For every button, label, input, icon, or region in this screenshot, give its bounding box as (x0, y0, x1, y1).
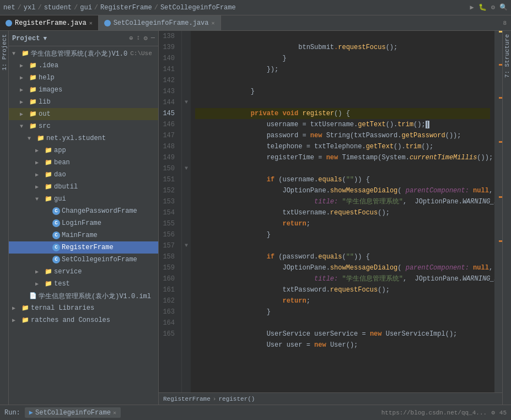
tree-item-setcollegeinfo[interactable]: C SetCollegeinfoFrame (9, 254, 158, 266)
folder-icon-help: 📁 (29, 74, 37, 82)
tab-class-icon (6, 20, 12, 26)
ln-154: 154 (159, 207, 178, 218)
ln-163: 163 (159, 306, 178, 317)
fold-148 (182, 141, 191, 152)
breadcrumb: net / yxl / student / gui / RegisterFram… (3, 4, 236, 12)
tree-item-net-yxl[interactable]: ▼ 📁 net.yxl.student (9, 132, 158, 144)
toolbar-settings-icon[interactable]: ⚙ (491, 3, 495, 12)
tree-label-dbutil: dbutil (54, 183, 78, 191)
fold-143 (182, 86, 191, 97)
breadcrumb-setcollegeframe: SetCollegeinfoFrame (160, 4, 236, 12)
code-line-150: if (username.equals("")) { (195, 163, 490, 174)
ln-144: 144 (159, 97, 178, 108)
ln-149: 149 (159, 152, 178, 163)
tree-item-project-root[interactable]: ▼ 📁 学生信息管理系统(袁小龙)V1.0 C:\Use (9, 47, 158, 60)
status-page-indicator: 45 (499, 410, 507, 416)
run-tab-close[interactable]: ✕ (113, 410, 116, 416)
folder-icon-dao: 📁 (45, 171, 52, 179)
right-scrollbar[interactable] (494, 31, 502, 392)
tab-setcollegeinfoframe[interactable]: SetCollegeinfoFrame.java ✕ (99, 15, 221, 30)
fold-155 (182, 218, 191, 229)
run-tab-setcollege[interactable]: ▶ SetCollegeinfoFrame ✕ (25, 407, 121, 418)
tree-item-external-libraries[interactable]: ▶ 📁 ternal Libraries (9, 302, 158, 314)
tree-item-service[interactable]: ▶ 📁 service (9, 266, 158, 278)
tree-label-help: help (39, 74, 55, 82)
tree-arrow-help: ▶ (20, 74, 28, 81)
sidebar-gear-icon[interactable]: ⚙ (144, 34, 148, 42)
class-icon-registerframe: C (52, 244, 60, 251)
tree-item-images[interactable]: ▶ 📁 images (9, 84, 158, 96)
code-line-142: } (195, 75, 490, 86)
ln-145: 145 (159, 108, 178, 119)
tree-item-gui[interactable]: ▼ 📁 gui (9, 193, 158, 205)
tree-item-src[interactable]: ▼ 📁 src (9, 120, 158, 132)
folder-icon-test: 📁 (45, 280, 52, 288)
tree-item-help[interactable]: ▶ 📁 help (9, 72, 158, 84)
tree-label-external: ternal Libraries (31, 304, 94, 312)
tab-registerframe-label: RegisterFrame.java (15, 19, 87, 27)
tree-item-mainframe[interactable]: C MainFrame (9, 229, 158, 241)
fold-162 (182, 295, 191, 306)
tab-setcollege-close[interactable]: ✕ (211, 20, 214, 26)
sidebar-sort-icon[interactable]: ↕ (136, 34, 140, 42)
ln-150: 150 (159, 163, 178, 174)
project-tab-label[interactable]: 1: Project (0, 31, 9, 74)
tab-registerframe-close[interactable]: ✕ (89, 20, 93, 26)
class-icon-setcollege: C (52, 256, 60, 263)
tree-item-idea[interactable]: ▶ 📁 .idea (9, 60, 158, 72)
toolbar-search-icon[interactable]: 🔍 (499, 3, 508, 12)
breadcrumb-gui: gui (80, 4, 92, 12)
top-breadcrumb-bar: net / yxl / student / gui / RegisterFram… (0, 0, 511, 15)
tree-item-lib[interactable]: ▶ 📁 lib (9, 96, 158, 108)
tree-item-changepassword[interactable]: C ChangePasswordFrame (9, 205, 158, 217)
fold-164 (182, 317, 191, 329)
fold-150[interactable]: ▼ (182, 163, 191, 174)
fold-154 (182, 207, 191, 218)
folder-icon-root: 📁 (21, 50, 29, 57)
tree-item-dbutil[interactable]: ▶ 📁 dbutil (9, 181, 158, 193)
sidebar-sync-icon[interactable]: ⊕ (129, 34, 133, 42)
ln-138: 138 (159, 31, 178, 42)
ln-141: 141 (159, 64, 178, 75)
tree-item-test[interactable]: ▶ 📁 test (9, 278, 158, 290)
tree-item-out[interactable]: ▶ 📁 out (9, 108, 158, 120)
tab-setcollege-label: SetCollegeinfoFrame.java (114, 19, 209, 27)
run-bar: Run: ▶ SetCollegeinfoFrame ✕ https://blo… (0, 405, 511, 420)
fold-144[interactable]: ▼ (182, 97, 191, 108)
tree-item-dao[interactable]: ▶ 📁 dao (9, 169, 158, 181)
toolbar-run-icon[interactable]: ▶ (470, 3, 474, 12)
tree-label-iml: 学生信息管理系统(袁小龙)V1.0.iml (39, 292, 151, 301)
fold-157[interactable]: ▼ (182, 240, 191, 251)
ln-159: 159 (159, 262, 178, 273)
tree-arrow-root: ▼ (12, 51, 20, 57)
folder-icon-scratches: 📁 (21, 316, 29, 324)
tab-registerframe[interactable]: RegisterFrame.java ✕ (0, 15, 99, 30)
ln-156: 156 (159, 229, 178, 240)
tree-item-app[interactable]: ▶ 📁 app (9, 144, 158, 157)
scroll-marker-5 (499, 240, 502, 242)
tree-arrow-gui: ▼ (35, 196, 43, 202)
structure-tab-label[interactable]: 7: Structure (503, 31, 512, 81)
tree-item-iml[interactable]: 📄 学生信息管理系统(袁小龙)V1.0.iml (9, 290, 158, 302)
right-edge-panel: 7: Structure (502, 31, 511, 405)
sidebar-dropdown-icon[interactable]: ▼ (43, 35, 47, 42)
sidebar-minus-icon[interactable]: — (151, 34, 155, 42)
fold-140 (182, 53, 191, 64)
tree-root-path: C:\Use (130, 50, 152, 57)
code-lines[interactable]: btnSubmit.requestFocus(); } }); } privat… (191, 31, 494, 392)
ln-162: 162 (159, 295, 178, 306)
toolbar-debug-icon[interactable]: 🐛 (478, 3, 487, 12)
tree-arrow-src: ▼ (20, 123, 28, 130)
tree-item-scratches[interactable]: ▶ 📁 ratches and Consoles (9, 314, 158, 326)
status-gear-icon[interactable]: ⚙ (491, 409, 495, 416)
tree-label-bean: bean (54, 159, 70, 166)
tab-bar: RegisterFrame.java ✕ SetCollegeinfoFrame… (0, 15, 511, 31)
run-tab-label: SetCollegeinfoFrame (35, 409, 111, 417)
tree-arrow-out: ▶ (20, 111, 28, 117)
tree-item-bean[interactable]: ▶ 📁 bean (9, 157, 158, 169)
tree-item-loginframe[interactable]: C LoginFrame (9, 217, 158, 229)
fold-158 (182, 251, 191, 262)
ln-139: 139 (159, 42, 178, 53)
breadcrumb-yxl: yxl (24, 4, 36, 12)
tree-item-registerframe[interactable]: C RegisterFrame (9, 241, 158, 254)
